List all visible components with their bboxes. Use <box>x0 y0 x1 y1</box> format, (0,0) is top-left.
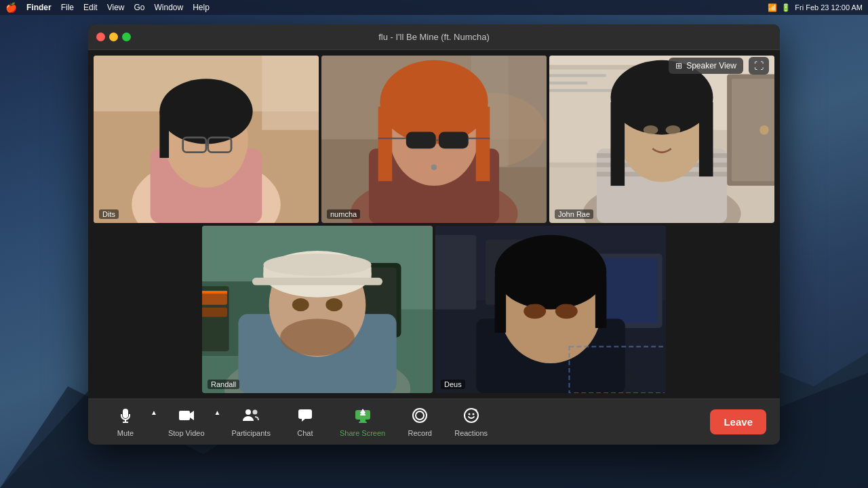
record-icon <box>412 407 428 426</box>
menubar: 🍎 Finder File Edit View Go Window Help 📶… <box>0 0 868 15</box>
video-grid: Dits <box>94 56 774 393</box>
svg-rect-98 <box>360 420 366 422</box>
svg-point-52 <box>665 125 680 135</box>
app-name[interactable]: Finder <box>26 3 52 12</box>
svg-point-23 <box>380 60 488 144</box>
svg-rect-38 <box>549 89 615 92</box>
participants-icon <box>242 407 260 426</box>
svg-rect-37 <box>549 81 587 84</box>
menu-go[interactable]: Go <box>134 3 145 12</box>
svg-point-93 <box>245 409 251 415</box>
view-controls: ⊞ Speaker View ⛶ <box>669 57 769 75</box>
svg-rect-101 <box>360 414 366 415</box>
participant-name-dits: Dits <box>99 209 119 219</box>
traffic-lights <box>96 33 131 41</box>
record-label: Record <box>408 429 431 437</box>
battery-icon: 🔋 <box>781 3 791 12</box>
window-title: flu - I'll Be Mine (ft. Numcha) <box>378 32 490 42</box>
share-screen-icon <box>354 407 372 426</box>
reactions-icon <box>463 407 479 426</box>
video-tile-randall: Randall <box>202 226 433 393</box>
stop-video-button[interactable]: Stop Video <box>160 403 213 441</box>
menu-edit[interactable]: Edit <box>83 3 98 12</box>
wifi-icon: 📶 <box>768 3 777 12</box>
svg-marker-92 <box>190 411 194 420</box>
svg-rect-83 <box>595 277 606 327</box>
system-icons: 📶 🔋 Fri Feb 23 12:00 AM <box>768 3 863 12</box>
maximize-button[interactable] <box>122 33 131 41</box>
share-screen-button[interactable]: Share Screen <box>332 403 393 441</box>
grid-icon: ⊞ <box>675 61 682 70</box>
reactions-label: Reactions <box>454 429 488 437</box>
svg-marker-96 <box>302 419 305 422</box>
svg-rect-99 <box>359 422 367 423</box>
menu-window[interactable]: Window <box>155 3 184 12</box>
chat-button[interactable]: Chat <box>281 403 329 441</box>
record-button[interactable]: Record <box>396 403 443 441</box>
share-screen-label: Share Screen <box>340 429 385 437</box>
stop-video-icon <box>178 407 195 426</box>
participant-name-johnrae: John Rae <box>555 209 593 219</box>
svg-rect-26 <box>406 132 436 149</box>
speaker-view-button[interactable]: ⊞ Speaker View <box>669 58 743 74</box>
video-tile-dits: Dits <box>94 56 319 223</box>
bottom-toolbar: Mute ▲ Stop Video <box>88 399 780 445</box>
video-tile-deus: Deus <box>435 226 666 393</box>
reactions-button[interactable]: Reactions <box>446 403 496 441</box>
video-row-bottom: Randall <box>94 226 774 393</box>
menu-view[interactable]: View <box>107 3 125 12</box>
zoom-window: flu - I'll Be Mine (ft. Numcha) ⊞ Speake… <box>88 24 780 445</box>
svg-rect-36 <box>549 74 606 77</box>
speaker-view-label: Speaker View <box>686 61 736 70</box>
video-tile-johnrae: John Rae <box>549 56 774 223</box>
participant-name-numcha: numcha <box>327 209 360 219</box>
minimize-button[interactable] <box>109 33 118 41</box>
participants-label: Participants <box>231 429 270 437</box>
video-arrow-button[interactable]: ▲ <box>213 409 221 416</box>
svg-rect-10 <box>159 111 169 158</box>
menubar-right: 📶 🔋 Fri Feb 23 12:00 AM <box>768 3 863 12</box>
svg-point-51 <box>644 125 658 135</box>
svg-point-9 <box>159 79 252 144</box>
svg-rect-68 <box>252 278 382 285</box>
svg-rect-95 <box>298 409 312 419</box>
menubar-left: 🍎 Finder File Edit View Go Window Help <box>5 2 210 13</box>
mute-icon <box>117 407 134 426</box>
fullscreen-button[interactable]: ⛶ <box>749 57 769 75</box>
menu-help[interactable]: Help <box>193 3 210 12</box>
svg-point-67 <box>263 253 371 276</box>
svg-point-94 <box>253 409 258 414</box>
menu-file[interactable]: File <box>61 3 74 12</box>
participant-name-deus: Deus <box>441 380 465 389</box>
svg-point-85 <box>555 304 578 319</box>
svg-rect-18 <box>509 56 547 167</box>
desktop: 🍎 Finder File Edit View Go Window Help 📶… <box>0 0 868 488</box>
title-bar: flu - I'll Be Mine (ft. Numcha) <box>88 24 780 50</box>
toolbar-items: Mute ▲ Stop Video <box>102 403 710 441</box>
participants-button[interactable]: Participants <box>223 403 278 441</box>
svg-point-84 <box>524 304 546 319</box>
apple-menu[interactable]: 🍎 <box>5 2 17 13</box>
svg-point-71 <box>326 298 342 311</box>
svg-point-70 <box>292 298 309 311</box>
svg-rect-59 <box>202 291 227 293</box>
stop-video-group: Stop Video ▲ <box>160 403 221 441</box>
mute-button[interactable]: Mute <box>102 403 149 441</box>
stop-video-label: Stop Video <box>168 429 205 437</box>
mute-group: Mute ▲ <box>102 403 157 441</box>
svg-rect-58 <box>202 308 227 317</box>
svg-rect-82 <box>495 277 506 332</box>
mute-label: Mute <box>117 429 134 437</box>
chat-icon <box>297 407 313 426</box>
svg-rect-91 <box>179 411 190 420</box>
video-tile-numcha: numcha <box>321 56 547 223</box>
svg-point-106 <box>472 413 474 415</box>
svg-point-69 <box>280 319 355 356</box>
svg-rect-76 <box>435 235 476 310</box>
close-button[interactable] <box>96 33 105 41</box>
svg-point-41 <box>760 125 769 135</box>
mute-arrow-button[interactable]: ▲ <box>149 409 157 416</box>
svg-rect-5 <box>262 56 319 130</box>
participant-name-randall: Randall <box>208 380 239 389</box>
leave-button[interactable]: Leave <box>710 409 766 434</box>
